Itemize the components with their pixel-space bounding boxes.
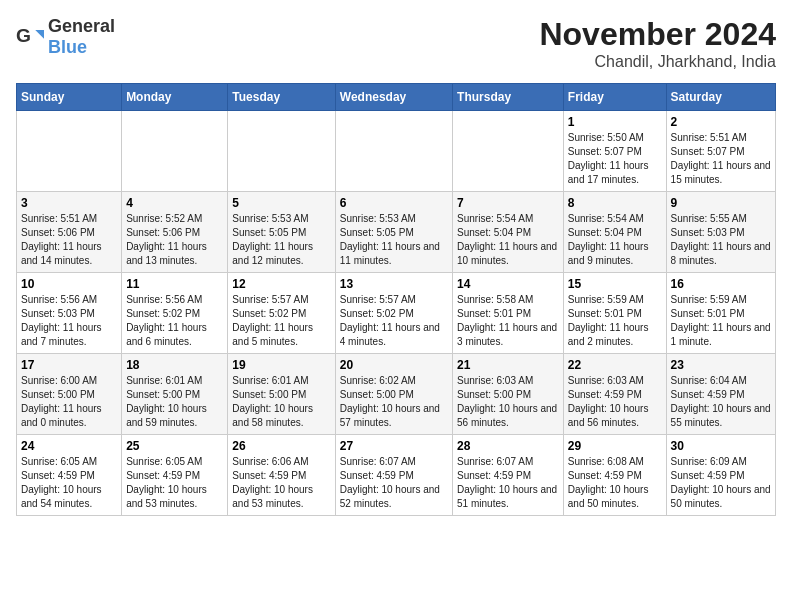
day-number: 18 [126,358,223,372]
day-cell: 7Sunrise: 5:54 AMSunset: 5:04 PMDaylight… [453,192,564,273]
day-cell [453,111,564,192]
day-number: 20 [340,358,448,372]
day-info: Sunrise: 5:56 AMSunset: 5:02 PMDaylight:… [126,293,223,349]
day-cell: 23Sunrise: 6:04 AMSunset: 4:59 PMDayligh… [666,354,775,435]
day-cell: 13Sunrise: 5:57 AMSunset: 5:02 PMDayligh… [335,273,452,354]
day-number: 23 [671,358,771,372]
day-info: Sunrise: 5:58 AMSunset: 5:01 PMDaylight:… [457,293,559,349]
header-cell-sunday: Sunday [17,84,122,111]
day-info: Sunrise: 6:07 AMSunset: 4:59 PMDaylight:… [457,455,559,511]
day-cell: 19Sunrise: 6:01 AMSunset: 5:00 PMDayligh… [228,354,335,435]
day-info: Sunrise: 5:51 AMSunset: 5:07 PMDaylight:… [671,131,771,187]
day-cell: 25Sunrise: 6:05 AMSunset: 4:59 PMDayligh… [122,435,228,516]
day-info: Sunrise: 5:55 AMSunset: 5:03 PMDaylight:… [671,212,771,268]
day-info: Sunrise: 5:52 AMSunset: 5:06 PMDaylight:… [126,212,223,268]
week-row-5: 24Sunrise: 6:05 AMSunset: 4:59 PMDayligh… [17,435,776,516]
day-number: 12 [232,277,330,291]
day-info: Sunrise: 5:54 AMSunset: 5:04 PMDaylight:… [568,212,662,268]
week-row-1: 1Sunrise: 5:50 AMSunset: 5:07 PMDaylight… [17,111,776,192]
day-info: Sunrise: 6:03 AMSunset: 5:00 PMDaylight:… [457,374,559,430]
header-cell-thursday: Thursday [453,84,564,111]
day-cell: 16Sunrise: 5:59 AMSunset: 5:01 PMDayligh… [666,273,775,354]
day-number: 8 [568,196,662,210]
header-cell-saturday: Saturday [666,84,775,111]
day-number: 29 [568,439,662,453]
logo-icon: G [16,23,44,51]
day-number: 2 [671,115,771,129]
subtitle: Chandil, Jharkhand, India [539,53,776,71]
day-info: Sunrise: 5:53 AMSunset: 5:05 PMDaylight:… [340,212,448,268]
day-info: Sunrise: 6:09 AMSunset: 4:59 PMDaylight:… [671,455,771,511]
header-cell-monday: Monday [122,84,228,111]
day-cell: 24Sunrise: 6:05 AMSunset: 4:59 PMDayligh… [17,435,122,516]
day-info: Sunrise: 5:56 AMSunset: 5:03 PMDaylight:… [21,293,117,349]
day-number: 14 [457,277,559,291]
day-number: 19 [232,358,330,372]
day-number: 26 [232,439,330,453]
day-info: Sunrise: 5:54 AMSunset: 5:04 PMDaylight:… [457,212,559,268]
header-cell-tuesday: Tuesday [228,84,335,111]
day-number: 5 [232,196,330,210]
day-number: 16 [671,277,771,291]
day-info: Sunrise: 6:04 AMSunset: 4:59 PMDaylight:… [671,374,771,430]
day-info: Sunrise: 6:01 AMSunset: 5:00 PMDaylight:… [232,374,330,430]
day-cell: 1Sunrise: 5:50 AMSunset: 5:07 PMDaylight… [563,111,666,192]
day-info: Sunrise: 6:08 AMSunset: 4:59 PMDaylight:… [568,455,662,511]
day-number: 7 [457,196,559,210]
day-number: 27 [340,439,448,453]
day-number: 3 [21,196,117,210]
day-cell: 8Sunrise: 5:54 AMSunset: 5:04 PMDaylight… [563,192,666,273]
day-cell: 4Sunrise: 5:52 AMSunset: 5:06 PMDaylight… [122,192,228,273]
day-number: 28 [457,439,559,453]
svg-marker-1 [35,30,44,39]
day-cell: 28Sunrise: 6:07 AMSunset: 4:59 PMDayligh… [453,435,564,516]
day-number: 13 [340,277,448,291]
day-info: Sunrise: 6:03 AMSunset: 4:59 PMDaylight:… [568,374,662,430]
day-number: 30 [671,439,771,453]
day-cell: 17Sunrise: 6:00 AMSunset: 5:00 PMDayligh… [17,354,122,435]
week-row-4: 17Sunrise: 6:00 AMSunset: 5:00 PMDayligh… [17,354,776,435]
day-info: Sunrise: 6:07 AMSunset: 4:59 PMDaylight:… [340,455,448,511]
day-number: 25 [126,439,223,453]
day-info: Sunrise: 5:50 AMSunset: 5:07 PMDaylight:… [568,131,662,187]
calendar-table: SundayMondayTuesdayWednesdayThursdayFrid… [16,83,776,516]
day-cell: 3Sunrise: 5:51 AMSunset: 5:06 PMDaylight… [17,192,122,273]
day-info: Sunrise: 6:05 AMSunset: 4:59 PMDaylight:… [126,455,223,511]
day-cell: 5Sunrise: 5:53 AMSunset: 5:05 PMDaylight… [228,192,335,273]
day-cell: 27Sunrise: 6:07 AMSunset: 4:59 PMDayligh… [335,435,452,516]
day-cell: 10Sunrise: 5:56 AMSunset: 5:03 PMDayligh… [17,273,122,354]
day-number: 11 [126,277,223,291]
day-info: Sunrise: 5:57 AMSunset: 5:02 PMDaylight:… [232,293,330,349]
logo-general-text: General [48,16,115,36]
day-number: 10 [21,277,117,291]
day-info: Sunrise: 6:02 AMSunset: 5:00 PMDaylight:… [340,374,448,430]
day-cell: 15Sunrise: 5:59 AMSunset: 5:01 PMDayligh… [563,273,666,354]
logo-blue-text: Blue [48,37,87,57]
day-cell: 30Sunrise: 6:09 AMSunset: 4:59 PMDayligh… [666,435,775,516]
day-cell: 29Sunrise: 6:08 AMSunset: 4:59 PMDayligh… [563,435,666,516]
main-title: November 2024 [539,16,776,53]
header-cell-friday: Friday [563,84,666,111]
day-cell: 18Sunrise: 6:01 AMSunset: 5:00 PMDayligh… [122,354,228,435]
day-cell: 12Sunrise: 5:57 AMSunset: 5:02 PMDayligh… [228,273,335,354]
day-info: Sunrise: 6:01 AMSunset: 5:00 PMDaylight:… [126,374,223,430]
day-info: Sunrise: 6:00 AMSunset: 5:00 PMDaylight:… [21,374,117,430]
logo: G General Blue [16,16,115,58]
header-row: SundayMondayTuesdayWednesdayThursdayFrid… [17,84,776,111]
day-info: Sunrise: 5:53 AMSunset: 5:05 PMDaylight:… [232,212,330,268]
day-number: 6 [340,196,448,210]
day-cell: 9Sunrise: 5:55 AMSunset: 5:03 PMDaylight… [666,192,775,273]
day-cell [335,111,452,192]
day-number: 21 [457,358,559,372]
svg-text:G: G [16,25,31,46]
header-area: G General Blue November 2024 Chandil, Jh… [16,16,776,71]
day-cell: 11Sunrise: 5:56 AMSunset: 5:02 PMDayligh… [122,273,228,354]
header-cell-wednesday: Wednesday [335,84,452,111]
day-cell: 26Sunrise: 6:06 AMSunset: 4:59 PMDayligh… [228,435,335,516]
day-number: 4 [126,196,223,210]
day-cell [228,111,335,192]
day-info: Sunrise: 5:59 AMSunset: 5:01 PMDaylight:… [671,293,771,349]
day-cell: 21Sunrise: 6:03 AMSunset: 5:00 PMDayligh… [453,354,564,435]
day-info: Sunrise: 5:59 AMSunset: 5:01 PMDaylight:… [568,293,662,349]
day-number: 15 [568,277,662,291]
